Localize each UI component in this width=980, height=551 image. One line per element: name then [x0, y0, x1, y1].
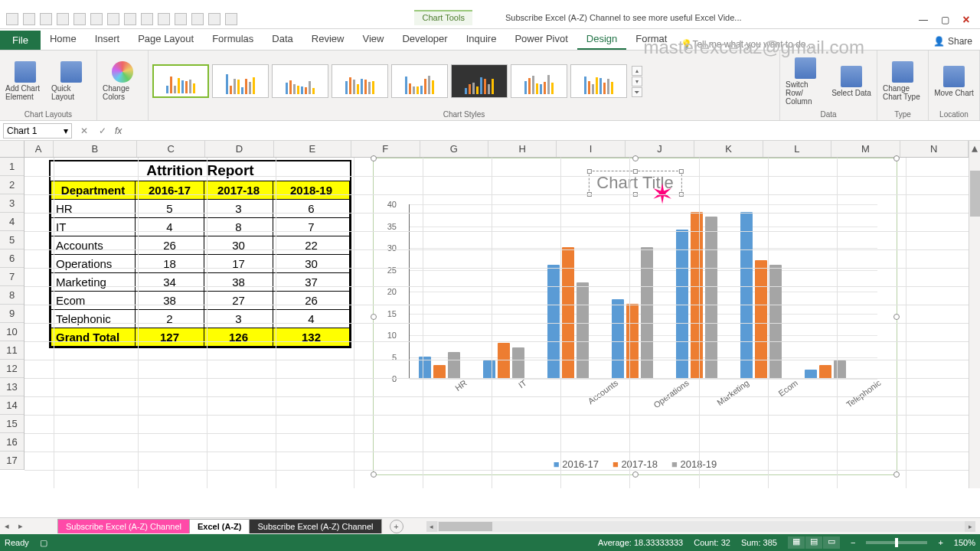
zoom-in-button[interactable]: + [938, 538, 942, 547]
col-header[interactable]: I [557, 141, 625, 157]
qat-icon[interactable] [141, 13, 153, 25]
row-header[interactable]: 1 [0, 158, 24, 176]
chart-bar[interactable] [769, 265, 782, 378]
zoom-level[interactable]: 150% [954, 538, 975, 547]
tab-power-pivot[interactable]: Power Pivot [505, 29, 577, 50]
chart-bar[interactable] [433, 365, 446, 378]
zoom-slider[interactable] [866, 541, 927, 544]
chart-plot-area[interactable]: 0510152025303540 HRITAccountsOperationsM… [395, 204, 877, 396]
vertical-scrollbar[interactable]: ▴ [969, 141, 980, 488]
chart-style-thumb[interactable] [570, 64, 627, 98]
horizontal-scrollbar[interactable]: ◂ ▸ [426, 521, 976, 532]
col-header[interactable]: G [420, 141, 488, 157]
name-box[interactable]: Chart 1▾ [3, 123, 72, 139]
col-header[interactable]: J [626, 141, 694, 157]
enter-formula-icon[interactable]: ✓ [93, 126, 112, 136]
chart-bar[interactable] [819, 365, 831, 378]
macro-record-icon[interactable]: ▢ [40, 538, 47, 548]
chart-bar[interactable] [641, 247, 653, 378]
chart-style-thumb[interactable] [152, 64, 209, 98]
tell-me[interactable]: 💡 Tell me what you want to do... mastere… [676, 39, 926, 50]
chart-object[interactable]: Chart Title ✶ 0510152025303540 HRITAccou… [373, 158, 897, 475]
row-header[interactable]: 10 [0, 323, 24, 341]
sheet-nav-next[interactable]: ▸ [14, 521, 28, 531]
tab-view[interactable]: View [353, 29, 393, 50]
chart-bar[interactable] [547, 265, 560, 378]
qat-icon[interactable] [191, 13, 204, 25]
qat-icon[interactable] [124, 13, 136, 25]
sheet-tab[interactable]: Excel (A-Z) [189, 519, 250, 533]
chart-bar[interactable] [805, 370, 817, 378]
new-sheet-button[interactable]: + [390, 520, 403, 533]
chart-bar[interactable] [740, 212, 753, 378]
row-header[interactable]: 13 [0, 378, 24, 396]
qat-icon[interactable] [90, 13, 103, 25]
undo-icon[interactable] [23, 13, 35, 25]
page-layout-view-button[interactable]: ▤ [805, 536, 822, 549]
worksheet-grid[interactable]: ABCDEFGHIJKLMN 1234567891011121314151617… [0, 141, 980, 488]
chart-bar[interactable] [691, 212, 703, 378]
row-header[interactable]: 5 [0, 231, 24, 249]
maximize-button[interactable]: ▢ [934, 11, 956, 28]
change-chart-type-button[interactable]: Change Chart Type [881, 59, 924, 103]
tab-insert[interactable]: Insert [86, 29, 129, 50]
normal-view-button[interactable]: ▦ [788, 536, 805, 549]
row-header[interactable]: 4 [0, 213, 24, 231]
tab-design[interactable]: Design [577, 29, 626, 50]
chart-title[interactable]: Chart Title [588, 171, 681, 195]
tab-home[interactable]: Home [41, 29, 86, 50]
select-all-corner[interactable] [0, 141, 24, 157]
tab-review[interactable]: Review [302, 29, 354, 50]
row-header[interactable]: 8 [0, 286, 24, 305]
chart-legend[interactable]: 2016-17 2017-18 2018-19 [374, 458, 897, 470]
row-header[interactable]: 7 [0, 268, 24, 286]
quick-layout-button[interactable]: Quick Layout [50, 59, 93, 103]
tab-data[interactable]: Data [263, 29, 302, 50]
qat-icon[interactable] [175, 13, 187, 25]
col-header[interactable]: M [831, 141, 900, 157]
save-icon[interactable] [6, 13, 18, 25]
chart-bar[interactable] [448, 352, 460, 378]
cancel-formula-icon[interactable]: ✕ [75, 126, 93, 136]
sheet-tab[interactable]: Subscribe Excel (A-Z) Channel [57, 519, 190, 533]
chart-style-thumb[interactable] [451, 64, 508, 98]
row-header[interactable]: 12 [0, 360, 24, 378]
fx-icon[interactable]: fx [115, 126, 122, 136]
tab-page-layout[interactable]: Page Layout [129, 29, 203, 50]
minimize-button[interactable]: — [913, 11, 934, 28]
chart-bar[interactable] [577, 282, 589, 378]
col-header[interactable]: B [54, 141, 137, 157]
row-header[interactable]: 11 [0, 341, 24, 360]
share-button[interactable]: 👤 Share [926, 33, 980, 50]
col-header[interactable]: E [274, 141, 351, 157]
col-header[interactable]: N [900, 141, 969, 157]
qat-icon[interactable] [208, 13, 220, 25]
chart-style-thumb[interactable] [391, 64, 448, 98]
zoom-out-button[interactable]: − [851, 538, 855, 547]
sheet-nav-prev[interactable]: ◂ [0, 521, 14, 531]
qat-icon[interactable] [107, 13, 119, 25]
switch-row-col-button[interactable]: Switch Row/ Column [784, 55, 827, 108]
col-header[interactable]: L [763, 141, 831, 157]
row-header[interactable]: 2 [0, 176, 24, 194]
chart-bar[interactable] [498, 343, 510, 378]
change-colors-button[interactable]: Change Colors [101, 59, 144, 103]
file-tab[interactable]: File [0, 31, 41, 50]
tab-developer[interactable]: Developer [393, 29, 456, 50]
chart-style-thumb[interactable] [212, 64, 269, 98]
gallery-more-button[interactable]: ⏷ [632, 87, 642, 97]
select-data-button[interactable]: Select Data [830, 64, 873, 99]
chart-bar[interactable] [483, 360, 495, 378]
sheet-tab[interactable]: Subscribe Excel (A-Z) Channel [249, 519, 381, 533]
row-header[interactable]: 17 [0, 452, 24, 470]
row-header[interactable]: 16 [0, 433, 24, 452]
qat-icon[interactable] [57, 13, 69, 25]
chart-bar[interactable] [562, 247, 574, 378]
chart-bar[interactable] [705, 217, 717, 378]
chart-style-thumb[interactable] [272, 64, 328, 98]
chart-bar[interactable] [612, 299, 624, 378]
col-header[interactable]: D [205, 141, 273, 157]
close-button[interactable]: × [956, 11, 977, 28]
qat-icon[interactable] [74, 13, 86, 25]
col-header[interactable]: C [137, 141, 205, 157]
